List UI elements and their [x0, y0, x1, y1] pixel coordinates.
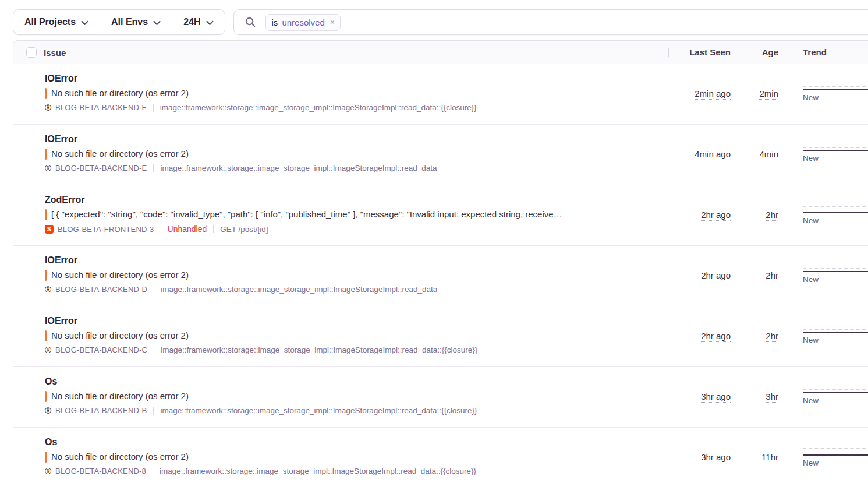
issue-message: No such file or directory (os error 2)	[51, 449, 189, 464]
chevron-down-icon	[153, 17, 161, 28]
issue-culprit: image::framework::storage::image_storage…	[160, 103, 477, 112]
issue-row[interactable]: Os No such file or directory (os error 2…	[13, 428, 868, 488]
issue-row[interactable]: IOError No such file or directory (os er…	[13, 125, 868, 185]
rust-icon: ®	[45, 285, 51, 294]
trend-cell: New	[791, 125, 868, 185]
project-slug: BLOG-BETA-BACKEND-B	[55, 406, 147, 415]
trend-cell: New	[791, 185, 868, 245]
last-seen-value: 4min ago	[695, 149, 731, 160]
trend-new-label: New	[803, 396, 868, 405]
column-header-last-seen[interactable]: Last Seen	[668, 41, 743, 64]
issue-culprit: GET /post/[id]	[220, 225, 268, 234]
issue-row[interactable]: IOError No such file or directory (os er…	[13, 64, 868, 125]
trend-sparkline	[803, 389, 868, 393]
meta-divider	[153, 407, 154, 415]
issue-message: No such file or directory (os error 2)	[51, 328, 189, 343]
project-slug: BLOG-BETA-BACKEND-C	[55, 346, 147, 354]
issue-message: No such file or directory (os error 2)	[51, 267, 189, 283]
issue-row[interactable]: ZodError [ { "expected": "string", "code…	[13, 185, 868, 246]
age-value: 11hr	[761, 452, 778, 463]
issue-title[interactable]: Os	[45, 375, 662, 389]
issue-culprit: image::framework::storage::image_storage…	[161, 346, 477, 354]
issue-row[interactable]: IOError No such file or directory (os er…	[13, 246, 868, 306]
meta-divider	[153, 164, 154, 172]
rust-icon: ®	[45, 103, 51, 112]
token-key: is	[272, 17, 278, 27]
last-seen-value: 3hr ago	[701, 452, 731, 463]
meta-divider	[213, 225, 214, 233]
trend-cell: New	[791, 306, 868, 366]
issue-title[interactable]: Os	[45, 435, 662, 449]
trend-new-label: New	[803, 459, 868, 467]
error-level-bar	[45, 452, 47, 463]
table-header: Issue Last Seen Age Trend	[13, 41, 868, 64]
project-filter-label: All Projects	[24, 17, 76, 27]
trend-sparkline	[803, 147, 868, 151]
issue-title[interactable]: IOError	[45, 132, 662, 146]
issue-culprit: image::framework::storage::image_storage…	[161, 285, 437, 294]
age-value: 3hr	[766, 392, 778, 403]
error-level-bar	[45, 391, 47, 402]
unhandled-tag: Unhandled	[168, 224, 207, 234]
remove-token-icon[interactable]: ×	[330, 17, 335, 27]
issue-title[interactable]: IOError	[45, 253, 662, 267]
error-level-bar	[45, 330, 47, 341]
trend-new-label: New	[803, 154, 868, 163]
token-value: unresolved	[282, 17, 324, 27]
last-seen-value: 2hr ago	[701, 210, 731, 221]
column-header-age[interactable]: Age	[743, 41, 791, 64]
trend-cell: New	[791, 367, 868, 427]
trend-new-label: New	[803, 275, 868, 284]
issue-message: No such file or directory (os error 2)	[51, 146, 189, 161]
issue-culprit: image::framework::storage::image_storage…	[160, 406, 477, 415]
age-value: 2min	[759, 89, 778, 100]
trend-cell: New	[791, 64, 868, 124]
last-seen-value: 2hr ago	[701, 331, 731, 342]
issue-message: No such file or directory (os error 2)	[51, 86, 189, 101]
last-seen-value: 2min ago	[695, 89, 731, 100]
rust-icon: ®	[45, 346, 51, 354]
rust-icon: ®	[45, 467, 51, 475]
last-seen-value: 3hr ago	[701, 392, 731, 403]
column-header-trend: Trend	[791, 41, 868, 64]
chevron-down-icon	[206, 17, 214, 28]
issue-row[interactable]: Os No such file or directory (os error 2…	[13, 367, 868, 428]
issue-row[interactable]: IOError No such file or directory (os er…	[13, 306, 868, 367]
age-value: 4min	[759, 149, 778, 160]
trend-new-label: New	[803, 216, 868, 225]
trend-sparkline	[803, 329, 868, 333]
project-slug: BLOG-BETA-BACKEND-D	[55, 285, 147, 294]
error-level-bar	[45, 149, 47, 160]
trend-sparkline	[803, 86, 868, 90]
trend-sparkline	[803, 448, 868, 456]
select-all-checkbox[interactable]	[26, 47, 37, 58]
issues-table: Issue Last Seen Age Trend IOError No suc…	[13, 40, 868, 504]
age-value: 2hr	[766, 210, 778, 221]
age-value: 2hr	[766, 331, 778, 342]
trend-new-label: New	[803, 336, 868, 344]
project-slug: BLOG-BETA-BACKEND-8	[55, 467, 146, 475]
meta-divider	[154, 286, 154, 294]
trend-sparkline	[803, 206, 868, 213]
issue-search-input[interactable]: is unresolved ×	[233, 9, 868, 35]
issue-title[interactable]: IOError	[45, 72, 662, 86]
time-range-dropdown[interactable]: 24H	[172, 10, 224, 34]
issue-title[interactable]: IOError	[45, 314, 662, 328]
error-level-bar	[45, 209, 47, 220]
error-level-bar	[45, 270, 47, 281]
project-slug: BLOG-BETA-BACKEND-E	[55, 164, 147, 172]
project-slug: BLOG-BETA-FRONTEND-3	[58, 225, 154, 234]
meta-divider	[153, 467, 153, 475]
next-row-partial	[13, 488, 868, 504]
search-filter-token[interactable]: is unresolved ×	[265, 14, 341, 31]
trend-cell: New	[791, 246, 868, 306]
trend-sparkline	[803, 268, 868, 272]
time-range-label: 24H	[183, 17, 200, 27]
meta-divider	[153, 104, 154, 112]
issue-title[interactable]: ZodError	[45, 193, 662, 207]
age-value: 2hr	[766, 270, 778, 281]
environment-filter-dropdown[interactable]: All Envs	[100, 10, 172, 34]
issue-culprit: image::framework::storage::image_storage…	[160, 467, 476, 475]
page-filter-group: All Projects All Envs 24H	[13, 9, 225, 35]
project-filter-dropdown[interactable]: All Projects	[13, 10, 100, 34]
